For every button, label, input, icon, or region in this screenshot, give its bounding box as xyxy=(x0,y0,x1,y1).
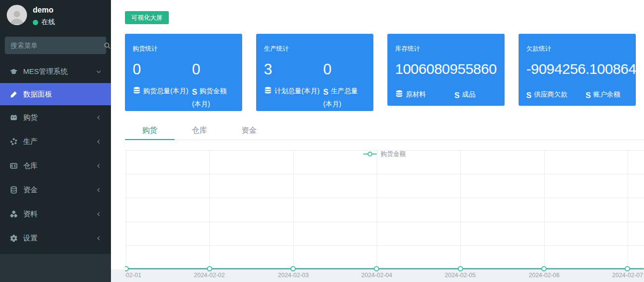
h-gridline xyxy=(125,150,644,151)
stat-value: 0 xyxy=(192,61,234,78)
data-point-marker xyxy=(541,266,547,271)
money-icon: S xyxy=(323,86,329,99)
tab-资金[interactable]: 资金 xyxy=(224,122,274,140)
v-gridline xyxy=(544,150,545,269)
purchase-line-chart: 购货金额2024-02-012024-02-022024-02-032024-0… xyxy=(125,143,644,282)
stat-values-row: 00 xyxy=(133,61,234,78)
tab-仓库[interactable]: 仓库 xyxy=(175,122,224,140)
stat-metric: S账户余额 xyxy=(586,89,628,102)
graduation-cap-icon xyxy=(9,67,18,76)
stat-card-title: 库存统计 xyxy=(395,44,497,53)
stat-metric: 计划总量(本月) xyxy=(264,85,323,110)
stat-metric: S购货金额(本月) xyxy=(192,85,234,110)
v-gridline xyxy=(209,150,210,269)
warehouse-icon xyxy=(9,161,18,170)
sidebar-item-dashboard[interactable]: 数据面板 xyxy=(0,83,111,105)
stat-label: 供应商欠款 xyxy=(534,90,568,98)
stat-card: 欠款统计-9094256.1008644S供应商欠款S账户余额 xyxy=(519,34,636,106)
stat-card: 库存统计1006080955860原材料S成品 xyxy=(387,34,505,106)
status-label: 在线 xyxy=(41,18,55,27)
avatar xyxy=(7,5,27,25)
materials-icon xyxy=(9,209,18,219)
h-gridline xyxy=(125,174,644,174)
stat-labels-row: 计划总量(本月)S生产总量(本月) xyxy=(264,81,366,110)
v-gridline xyxy=(460,150,461,269)
chevron-down-icon xyxy=(96,68,101,76)
stat-card: 生产统计30计划总量(本月)S生产总量(本月) xyxy=(256,34,373,111)
sidebar-search xyxy=(5,37,106,54)
x-axis-label: 2024-02-03 xyxy=(272,272,315,279)
sidebar-item-warehouse[interactable]: 仓库 xyxy=(0,154,111,178)
x-axis-label: 2024-02-02 xyxy=(188,272,231,279)
stat-card: 购货统计00购货总量(本月)S购货金额(本月) xyxy=(125,34,242,111)
sidebar-menu-container: demo 在线 MES管理系统数据面板购货生产仓库资金资料设置 xyxy=(0,0,111,254)
x-axis-label: 2024-02-06 xyxy=(522,272,566,279)
sidebar-item-label: 设置 xyxy=(23,234,38,243)
chevron-left-icon xyxy=(96,138,101,146)
data-series-line xyxy=(125,268,644,269)
dashboard-icon xyxy=(9,89,18,99)
stat-labels-row: S供应商欠款S账户余额 xyxy=(526,85,628,102)
settings-icon xyxy=(9,233,18,243)
stat-values-row: 30 xyxy=(264,61,366,78)
stat-metric: S成品 xyxy=(454,89,497,102)
user-status: 在线 xyxy=(33,18,55,27)
stat-metric: 原材料 xyxy=(395,89,454,102)
stat-value: 1006080955860 xyxy=(395,61,497,78)
funds-icon xyxy=(9,185,18,195)
v-gridline xyxy=(126,150,126,269)
sidebar: demo 在线 MES管理系统数据面板购货生产仓库资金资料设置 xyxy=(0,0,111,282)
sidebar-item-materials[interactable]: 资料 xyxy=(0,202,111,226)
chevron-left-icon xyxy=(96,210,101,218)
stat-value: -9094256.1008644 xyxy=(526,61,628,78)
v-gridline xyxy=(377,150,377,269)
chart-tabs: 购货仓库资金 xyxy=(125,122,644,140)
stat-label: 购货总量(本月) xyxy=(143,87,188,95)
user-panel: demo 在线 xyxy=(0,0,111,32)
money-icon: S xyxy=(454,89,460,102)
money-icon: S xyxy=(526,89,532,102)
stat-value: 3 xyxy=(264,61,323,78)
database-icon xyxy=(264,86,272,95)
sidebar-menu: MES管理系统数据面板购货生产仓库资金资料设置 xyxy=(0,60,111,250)
tab-购货[interactable]: 购货 xyxy=(125,122,175,140)
h-gridline xyxy=(125,222,644,222)
database-icon xyxy=(133,86,141,95)
sidebar-item-label: 购货 xyxy=(23,113,38,122)
stat-labels-row: 购货总量(本月)S购货金额(本月) xyxy=(133,81,234,110)
stat-card-title: 欠款统计 xyxy=(526,44,628,53)
stat-label: 计划总量(本月) xyxy=(274,87,319,95)
sidebar-item-label: 资料 xyxy=(23,210,38,219)
stat-label: 成品 xyxy=(462,90,476,98)
sidebar-item-funds[interactable]: 资金 xyxy=(0,178,111,202)
sidebar-item-purchase[interactable]: 购货 xyxy=(0,105,111,129)
visualization-big-screen-button[interactable]: 可视化大屏 xyxy=(125,11,169,24)
stat-card-title: 购货统计 xyxy=(133,44,234,53)
database-icon xyxy=(395,90,403,98)
sidebar-item-label: MES管理系统 xyxy=(23,67,68,76)
chevron-left-icon xyxy=(96,113,101,122)
data-point-marker xyxy=(207,266,212,271)
sidebar-item-label: 资金 xyxy=(23,185,38,195)
sidebar-item-label: 仓库 xyxy=(23,161,38,170)
sidebar-item-production[interactable]: 生产 xyxy=(0,129,111,154)
app-window: demo 在线 MES管理系统数据面板购货生产仓库资金资料设置 可视化大屏 购货… xyxy=(0,0,644,282)
search-input[interactable] xyxy=(5,42,104,49)
data-point-marker xyxy=(458,266,463,271)
stat-label: 原材料 xyxy=(406,90,426,98)
sidebar-item-settings[interactable]: 设置 xyxy=(0,226,111,250)
person-icon xyxy=(9,9,25,25)
h-gridline xyxy=(125,197,644,198)
stat-metric: 购货总量(本月) xyxy=(133,85,192,110)
h-gridline xyxy=(125,245,644,246)
stat-value: 0 xyxy=(323,61,366,78)
data-point-marker xyxy=(290,266,296,271)
sidebar-item-mes-root[interactable]: MES管理系统 xyxy=(0,60,111,83)
stat-label: 账户余额 xyxy=(593,90,620,98)
stat-labels-row: 原材料S成品 xyxy=(395,85,497,102)
v-gridline xyxy=(628,150,628,269)
money-icon: S xyxy=(192,86,197,99)
user-name: demo xyxy=(33,6,54,14)
search-icon[interactable] xyxy=(104,42,111,49)
chevron-left-icon xyxy=(96,162,101,170)
